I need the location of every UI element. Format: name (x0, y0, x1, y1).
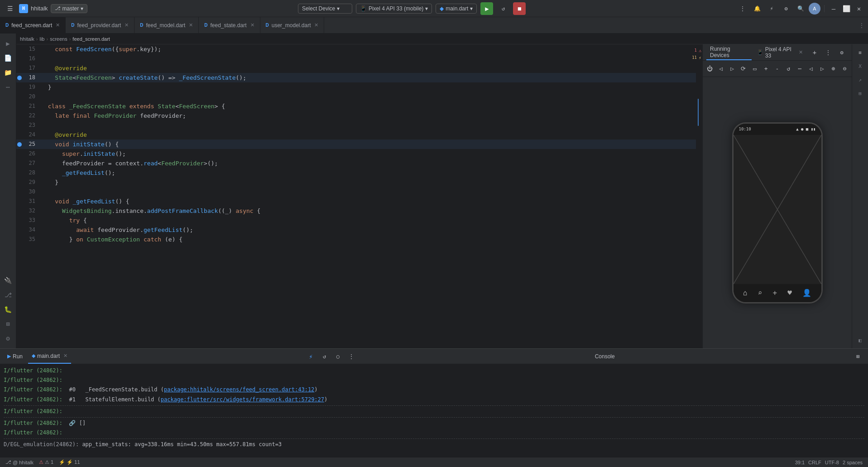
tab-close-icon[interactable]: ✕ (314, 22, 318, 28)
activity-run-icon[interactable]: ▶ (2, 37, 14, 50)
phone-add-icon[interactable]: + (772, 289, 777, 297)
tab-feed-model[interactable]: D feed_model.dart ✕ (134, 17, 199, 33)
code-container[interactable]: 15 const FeedScreen({super.key}); 16 17 … (16, 44, 702, 348)
code-line-19: 19 } (16, 82, 696, 92)
add-device-icon[interactable]: + (808, 46, 821, 59)
device-rotate-icon[interactable]: ⟳ (739, 63, 749, 75)
activity-files-icon[interactable]: 📄 (2, 52, 14, 64)
status-git[interactable]: ⎇ @ hhitalk (4, 457, 35, 467)
far-right-icon-3[interactable]: ↗ (854, 73, 867, 86)
phone-search-icon[interactable]: ⌕ (758, 289, 762, 297)
status-warnings[interactable]: ⚡ ⚡ 11 (57, 457, 82, 467)
maximize-button[interactable]: ⬜ (841, 3, 852, 14)
main-dart-tab-close[interactable]: ✕ (63, 353, 67, 359)
pixel4-tab[interactable]: 📱 Pixel 4 API 33 ✕ (753, 46, 806, 59)
status-errors[interactable]: ⚠ ⚠ 1 (37, 457, 55, 467)
title-bar-center: Select Device ▾ 📱 Pixel 4 API 33 (mobile… (91, 2, 733, 15)
tab-feed-provider[interactable]: D feed_provider.dart ✕ (66, 17, 134, 33)
activity-terminal-icon[interactable]: ⊞ (2, 318, 14, 330)
pixel-device-label: Pixel 4 API 33 (mobile) (369, 5, 423, 12)
device-back-icon[interactable]: ◁ (716, 63, 726, 75)
dart-icon: D (5, 23, 9, 28)
device-more-icon[interactable]: ⋯ (795, 63, 805, 75)
device-vol-down-icon[interactable]: - (772, 63, 782, 75)
status-position[interactable]: 39:1 (793, 460, 806, 465)
panel-more-icon[interactable]: ⋮ (822, 46, 834, 59)
device-power-icon[interactable]: ⏻ (705, 63, 715, 75)
avatar[interactable]: A (809, 3, 820, 14)
phone-profile-icon[interactable]: 👤 (802, 289, 811, 297)
activity-plugins-icon[interactable]: 🔌 (2, 274, 14, 287)
tab-close-icon[interactable]: ✕ (125, 22, 129, 28)
code-line-18: 18 State<FeedScreen> createState() => _F… (16, 73, 696, 82)
device-nav-right-icon[interactable]: ▷ (817, 63, 827, 75)
far-right-icon-2[interactable]: X (854, 60, 867, 72)
activity-debug-icon[interactable]: 🐛 (2, 303, 14, 316)
far-right-icon-1[interactable]: ≡ (854, 46, 867, 59)
main-dart-tab[interactable]: ◆ main.dart ✕ (28, 349, 71, 364)
main-dart-badge[interactable]: ◆ main.dart ▾ (436, 4, 477, 14)
line-ending-label: CRLF (808, 460, 821, 465)
link-framework[interactable]: package:flutter/src/widgets/framework.da… (161, 396, 324, 403)
device-zoom-in-icon[interactable]: ⊕ (828, 63, 839, 75)
console-reload-icon[interactable]: ↺ (318, 350, 331, 363)
editor-scrollbar[interactable]: ⚠ 1 ⚡ 11 (696, 44, 702, 348)
activity-folder-icon[interactable]: 📁 (2, 66, 14, 79)
console-circle-icon[interactable]: ○ (331, 350, 344, 363)
tab-close-icon[interactable]: ✕ (189, 22, 193, 28)
tab-more-options[interactable]: ⋮ (855, 17, 868, 33)
phone-emulator: 10:10 ▲ ● ■ ▮▮ ⌂ (732, 122, 823, 303)
console-tab[interactable]: Console (591, 353, 619, 360)
run-tab[interactable]: ▶ Run (4, 349, 26, 364)
link-feed-screen[interactable]: package:hhitalk/screens/feed_screen.dart… (164, 386, 314, 393)
device-forward-icon[interactable]: ▷ (727, 63, 738, 75)
code-line-17: 17 @override (16, 63, 696, 73)
device-reset-icon[interactable]: ↺ (783, 63, 794, 75)
breadcrumb-lib[interactable]: lib (39, 36, 44, 42)
far-right-icon-5[interactable]: ◧ (854, 334, 867, 347)
run-button[interactable]: ▶ (480, 2, 493, 15)
device-nav-left-icon[interactable]: ◁ (806, 63, 816, 75)
running-devices-tab[interactable]: Running Devices (706, 44, 752, 60)
notifications-icon[interactable]: 🔔 (751, 2, 763, 15)
pixel4-close-icon[interactable]: ✕ (799, 49, 803, 55)
hamburger-menu-icon[interactable]: ☰ (4, 2, 16, 15)
device-vol-up-icon[interactable]: + (761, 63, 771, 75)
close-button[interactable]: ✕ (854, 3, 864, 14)
device-screenshot-icon[interactable]: ▭ (749, 63, 760, 75)
tab-feed-state[interactable]: D feed_state.dart ✕ (199, 17, 260, 33)
activity-git-icon[interactable]: ⎇ (2, 289, 14, 301)
phone-heart-icon[interactable]: ♥ (787, 289, 792, 297)
activity-more-icon[interactable]: ⋯ (2, 81, 14, 93)
console-lightning-icon[interactable]: ⚡ (304, 350, 317, 363)
console-more-icon[interactable]: ⋮ (345, 350, 358, 363)
pixel-device-badge[interactable]: 📱 Pixel 4 API 33 (mobile) ▾ (356, 4, 432, 14)
device-zoom-out-icon[interactable]: ⊖ (839, 63, 850, 75)
stop-button[interactable]: ■ (513, 2, 526, 15)
git-icon: ⎇ (5, 459, 11, 465)
breadcrumb-file[interactable]: feed_screen.dart (72, 36, 110, 42)
branch-selector[interactable]: ⎇ master ▾ (51, 4, 88, 13)
activity-settings-icon[interactable]: ⚙ (2, 332, 14, 345)
device-selector[interactable]: Select Device ▾ (298, 4, 352, 14)
more-options-icon[interactable]: ⋮ (736, 2, 749, 15)
lightning-icon[interactable]: ⚡ (765, 2, 778, 15)
tab-close-icon[interactable]: ✕ (56, 22, 60, 28)
tab-close-icon[interactable]: ✕ (250, 22, 254, 28)
phone-home-icon[interactable]: ⌂ (743, 289, 748, 297)
tab-label: feed_state.dart (210, 22, 246, 29)
breadcrumb-screens[interactable]: screens (50, 36, 67, 42)
minimize-button[interactable]: — (828, 3, 839, 14)
console-settings-icon[interactable]: ⊞ (852, 350, 864, 363)
status-encoding[interactable]: UTF-8 (823, 460, 841, 465)
status-indent[interactable]: 2 spaces (841, 460, 864, 465)
breadcrumb-hhitalk[interactable]: hhitalk (20, 36, 34, 42)
tab-feed-screen[interactable]: D feed_screen.dart ✕ (0, 17, 66, 33)
far-right-icon-4[interactable]: ⊞ (854, 87, 867, 100)
panel-settings-icon[interactable]: ⚙ (835, 46, 848, 59)
status-line-ending[interactable]: CRLF (806, 460, 823, 465)
search-icon[interactable]: 🔍 (794, 2, 807, 15)
reload-button[interactable]: ↺ (497, 2, 509, 15)
tab-user-model[interactable]: D user_model.dart ✕ (260, 17, 325, 33)
settings-gear-icon[interactable]: ⚙ (780, 2, 792, 15)
